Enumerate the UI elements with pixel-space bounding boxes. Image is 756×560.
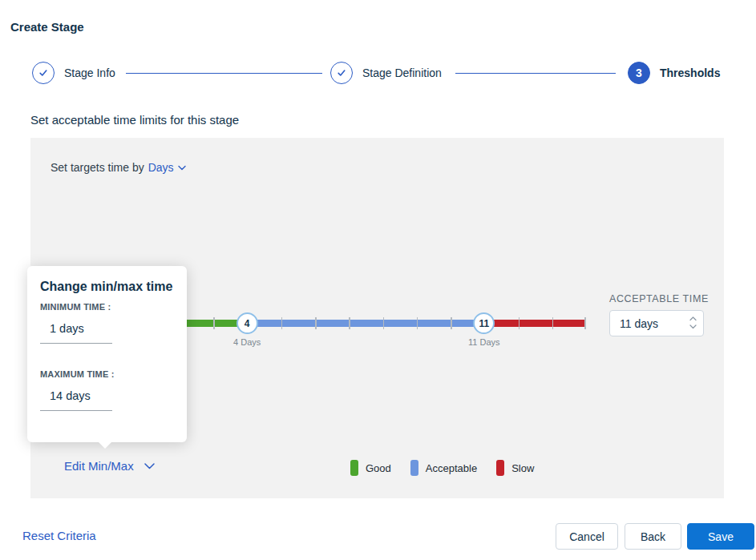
cancel-button[interactable]: Cancel (556, 523, 618, 550)
legend-swatch-acceptable (410, 460, 418, 476)
slider-segment-slow (484, 320, 586, 327)
stepper-step-thresholds[interactable]: 3 Thresholds (628, 62, 720, 84)
slider-tick (281, 317, 283, 329)
slider-handle[interactable]: 1111 Days (473, 312, 495, 334)
slider-handle-value: 4 (245, 318, 250, 329)
slider-tick (349, 317, 350, 329)
stepper-label: Thresholds (660, 66, 720, 79)
slider-handle[interactable]: 44 Days (237, 312, 258, 334)
section-subtitle: Set acceptable time limits for this stag… (30, 113, 239, 127)
stepper-label: Stage Info (64, 66, 115, 79)
slider-handle-label: 4 Days (233, 337, 261, 347)
slider-tick (519, 317, 520, 329)
legend-label: Slow (511, 462, 534, 474)
popover-title: Change min/max time (40, 279, 174, 295)
edit-minmax-label: Edit Min/Max (64, 459, 134, 473)
edit-minmax-link[interactable]: Edit Min/Max (64, 459, 155, 473)
stepper-connector (455, 73, 616, 74)
legend-item-acceptable: Acceptable (410, 460, 477, 476)
maximum-time-input[interactable] (40, 389, 112, 411)
acceptable-time-label: ACCEPTABLE TIME (609, 293, 709, 304)
minimum-time-input[interactable] (40, 322, 112, 344)
time-unit-dropdown[interactable]: Days (148, 161, 186, 174)
acceptable-time-stepper (609, 310, 704, 336)
page-title: Create Stage (10, 20, 84, 34)
stepper-connector (126, 73, 322, 74)
slider-handle-value: 11 (479, 318, 489, 329)
legend-item-slow: Slow (496, 460, 534, 476)
chevron-down-icon (144, 463, 155, 469)
popover-caret (98, 441, 112, 449)
back-button[interactable]: Back (625, 523, 681, 550)
threshold-slider: 44 Days1111 Days (146, 320, 586, 327)
slider-tick (451, 317, 452, 329)
step-number-badge: 3 (628, 62, 650, 84)
maximum-time-label: MAXIMUM TIME : (40, 369, 174, 379)
legend-item-good: Good (350, 460, 391, 476)
slider-legend: Good Acceptable Slow (350, 460, 534, 476)
slider-tick (315, 317, 317, 329)
time-unit-value: Days (148, 161, 174, 174)
slider-segment-acceptable (248, 320, 485, 327)
check-circle-icon (330, 62, 353, 84)
stepper-label: Stage Definition (362, 66, 442, 79)
reset-criteria-link[interactable]: Reset Criteria (22, 529, 96, 542)
save-button[interactable]: Save (687, 523, 754, 550)
slider-tick (417, 317, 418, 329)
check-circle-icon (32, 62, 55, 84)
change-minmax-popover: Change min/max time MINIMUM TIME : MAXIM… (27, 266, 187, 442)
slider-tick (584, 317, 586, 329)
legend-swatch-good (350, 460, 358, 476)
chevron-down-icon (178, 165, 186, 171)
slider-handle-label: 11 Days (468, 337, 500, 347)
legend-swatch-slow (496, 460, 504, 476)
stepper-step-stage-info[interactable]: Stage Info (32, 62, 115, 84)
slider-tick (552, 317, 554, 329)
minimum-time-label: MINIMUM TIME : (40, 302, 174, 312)
stepper-step-stage-definition[interactable]: Stage Definition (330, 62, 442, 84)
set-targets-row: Set targets time by Days (51, 161, 186, 174)
stepper-up-icon[interactable] (688, 316, 697, 322)
legend-label: Good (366, 462, 391, 474)
slider-tick (213, 317, 215, 329)
stepper-down-icon[interactable] (688, 324, 697, 330)
slider-tick (383, 317, 385, 329)
set-targets-label: Set targets time by (51, 161, 144, 174)
legend-label: Acceptable (426, 462, 477, 474)
